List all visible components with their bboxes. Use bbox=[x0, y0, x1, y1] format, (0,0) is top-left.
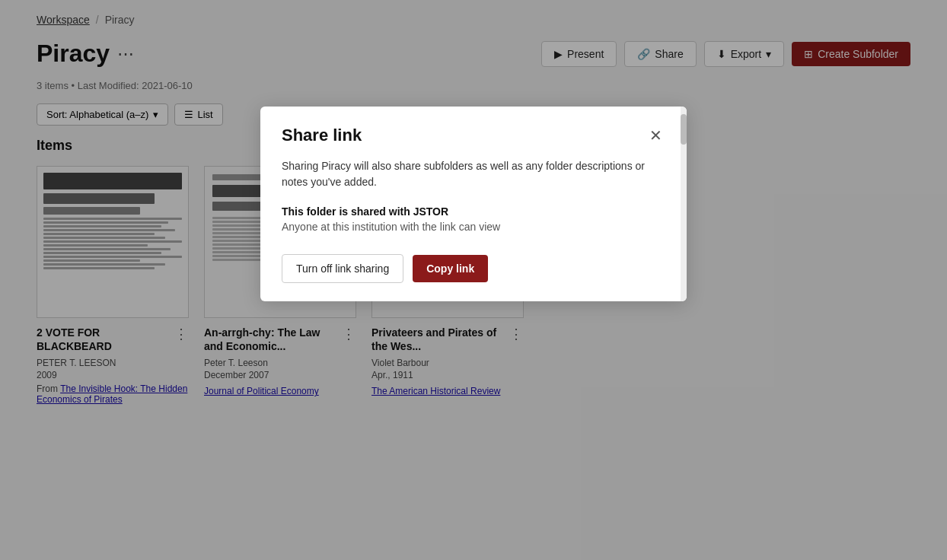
page-wrapper: Workspace / Piracy Piracy ⋯ ▶ Present 🔗 … bbox=[0, 0, 947, 560]
turn-off-sharing-button[interactable]: Turn off link sharing bbox=[282, 254, 403, 283]
modal-actions: Turn off link sharing Copy link bbox=[282, 254, 665, 283]
modal-header: Share link ✕ bbox=[260, 107, 687, 158]
modal-body: Sharing Piracy will also share subfolder… bbox=[260, 158, 687, 301]
modal-status-subtitle: Anyone at this institution with the link… bbox=[282, 221, 665, 233]
modal-scrollbar-thumb bbox=[681, 114, 687, 145]
copy-link-button[interactable]: Copy link bbox=[413, 255, 488, 282]
modal-close-button[interactable]: ✕ bbox=[646, 125, 665, 146]
modal-scrollbar[interactable] bbox=[681, 107, 687, 301]
modal-status: This folder is shared with JSTOR Anyone … bbox=[282, 205, 665, 233]
modal-title: Share link bbox=[282, 126, 362, 145]
modal-overlay: Share link ✕ Sharing Piracy will also sh… bbox=[0, 0, 947, 560]
modal-status-title: This folder is shared with JSTOR bbox=[282, 205, 665, 218]
share-link-modal: Share link ✕ Sharing Piracy will also sh… bbox=[260, 107, 687, 301]
modal-description: Sharing Piracy will also share subfolder… bbox=[282, 158, 665, 190]
